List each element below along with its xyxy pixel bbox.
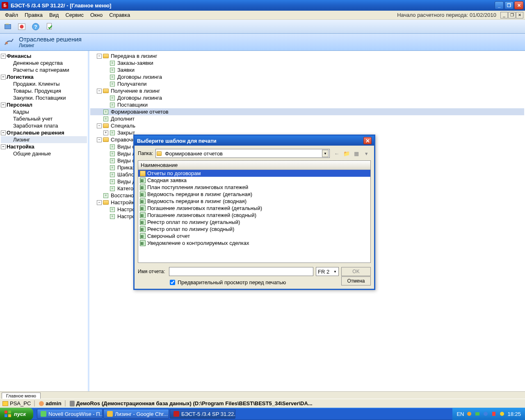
toolbar-btn-1[interactable] (2, 21, 14, 32)
ok-button[interactable]: OK (341, 267, 371, 276)
list-item[interactable]: Ведомость передачи в лизинг (сводная) (138, 198, 370, 205)
cancel-button[interactable]: Отмена (341, 276, 371, 285)
menu-window[interactable]: Окно (87, 11, 106, 19)
tree-item[interactable]: Продажи. Клиенты (1, 80, 87, 87)
list-item[interactable]: Уведомление о контролируемых сделках (138, 240, 370, 247)
nav-more-icon[interactable]: ▾ (362, 149, 371, 158)
chevron-down-icon[interactable]: ▼ (322, 150, 329, 157)
tree-item[interactable]: Заказы-заявки (90, 59, 524, 66)
list-item[interactable]: Погашение лизинговых платежей (детальный… (138, 205, 370, 212)
report-name-input[interactable] (169, 267, 313, 276)
expander-icon[interactable]: − (1, 144, 6, 149)
expander-icon[interactable]: − (1, 130, 6, 135)
tree-item[interactable]: Табельный учет (1, 115, 87, 122)
tree-item[interactable]: Лизинг (1, 136, 87, 143)
taskbar-item[interactable]: Novell GroupWise - П... (37, 409, 103, 419)
tray-icon-5[interactable] (499, 411, 505, 417)
list-item[interactable]: План поступления лизинговых платежей (138, 184, 370, 191)
tree-item[interactable]: Денежные средства (1, 59, 87, 66)
tray-icon-4[interactable] (491, 411, 497, 417)
tree-item[interactable]: −Получение в лизинг (90, 87, 524, 94)
tree-item[interactable]: −Отраслевые решения (1, 129, 87, 136)
nav-up-icon[interactable]: 📁 (342, 149, 351, 158)
taskbar: пуск Novell GroupWise - П...Лизинг - Goo… (0, 408, 525, 420)
lang-indicator[interactable]: EN (457, 411, 464, 417)
tree-item[interactable]: Заработная плата (1, 122, 87, 129)
clock[interactable]: 18:25 (507, 411, 521, 417)
expander-icon[interactable]: + (103, 130, 108, 135)
expander-icon[interactable]: − (1, 54, 6, 59)
minimize-button[interactable]: _ (495, 1, 504, 9)
list-item[interactable]: Сводная заявка (138, 177, 370, 184)
tree-item[interactable]: −Специаль (90, 122, 524, 129)
document-icon (109, 103, 116, 107)
expander-icon[interactable]: − (97, 137, 102, 142)
list-item[interactable]: Реестр оплат по лизингу (сводный) (138, 226, 370, 233)
expander-icon[interactable]: − (97, 123, 102, 128)
tree-item[interactable]: Дополнит (90, 115, 524, 122)
tree-item[interactable]: Договоры лизинга (90, 94, 524, 101)
taskbar-item[interactable]: БЭСТ-5 /3.4 SP 31.22... (170, 409, 235, 419)
format-combo[interactable]: FR 2 ▼ (316, 267, 339, 276)
tree-item[interactable]: Товары. Продукция (1, 87, 87, 94)
list-item[interactable]: Реестр оплат по лизингу (детальный) (138, 219, 370, 226)
tree-item[interactable]: −Передача в лизинг (90, 52, 524, 59)
document-icon (109, 186, 116, 191)
list-item[interactable]: Погашение лизинговых платежей (сводный) (138, 212, 370, 219)
expander-icon[interactable]: − (97, 200, 102, 205)
expander-icon[interactable]: − (1, 103, 6, 107)
menu-service[interactable]: Сервис (62, 11, 87, 19)
toolbar-btn-4[interactable] (43, 21, 56, 32)
list-item[interactable]: Ведомость передачи в лизинг (детальная) (138, 191, 370, 198)
tree-item[interactable]: Договоры лизинга (90, 73, 524, 80)
tray-icon-2[interactable] (475, 411, 480, 417)
tab-main-menu[interactable]: Главное меню (2, 393, 41, 399)
tree-item[interactable]: Кадры (1, 108, 87, 115)
nav-view-icon[interactable]: ▦ (352, 149, 361, 158)
column-header[interactable]: Наименование (138, 161, 370, 170)
tree-item[interactable]: −Финансы (1, 52, 87, 59)
report-icon (140, 199, 146, 204)
menu-edit[interactable]: Правка (21, 11, 46, 19)
mdi-restore-button[interactable]: ❐ (508, 12, 516, 18)
maximize-button[interactable]: ❐ (504, 1, 514, 9)
folder-icon (103, 89, 109, 94)
tree-item[interactable]: Общие данные (1, 150, 87, 157)
tree-item[interactable]: −Настройка (1, 143, 87, 150)
tree-item[interactable]: −Логистика (1, 73, 87, 80)
toolbar-btn-2[interactable] (16, 21, 28, 32)
tree-item[interactable]: Расчеты с партнерами (1, 66, 87, 73)
mdi-close-button[interactable]: ✕ (516, 12, 523, 18)
preview-checkbox[interactable] (170, 280, 175, 285)
window-title: БЭСТ-5 /3.4 SP 31.22/ - [Главное меню] (11, 2, 495, 9)
report-icon (140, 192, 146, 197)
tray-icon-3[interactable] (483, 411, 488, 417)
tree-item[interactable]: Формирование отчетов (90, 108, 524, 115)
tree-item[interactable]: Заявки (90, 66, 524, 73)
status-bar: PSA_PC admin ДемоRos (Демонстрационная б… (0, 399, 525, 408)
tree-item[interactable]: −Персонал (1, 101, 87, 108)
expander-icon[interactable]: − (1, 75, 6, 80)
dialog-close-button[interactable]: ✕ (363, 137, 372, 144)
svg-point-2 (20, 25, 23, 28)
report-icon (140, 205, 146, 211)
taskbar-item[interactable]: Лизинг - Google Chr... (103, 409, 169, 419)
tree-item[interactable]: Закупки. Поставщики (1, 94, 87, 101)
menu-view[interactable]: Вид (46, 11, 62, 19)
start-button[interactable]: пуск (0, 408, 33, 420)
expander-icon[interactable]: − (97, 54, 102, 59)
menu-file[interactable]: Файл (2, 11, 21, 19)
list-item[interactable]: Отчеты по договорам (138, 170, 370, 177)
folder-combo[interactable]: Формирование отчетов ▼ (155, 149, 330, 158)
list-item[interactable]: Сверочный отчет (138, 233, 370, 240)
tree-item[interactable]: Получатели (90, 80, 524, 87)
help-icon[interactable]: ? (30, 21, 42, 32)
expander-icon[interactable]: − (97, 89, 102, 94)
mdi-minimize-button[interactable]: _ (500, 12, 508, 18)
tree-item[interactable]: Поставщики (90, 101, 524, 108)
folder-icon (103, 123, 109, 128)
tray-icon-1[interactable] (466, 411, 472, 417)
nav-back-icon[interactable]: ← (332, 149, 341, 158)
close-button[interactable]: ✕ (514, 1, 523, 9)
menu-help[interactable]: Справка (106, 11, 133, 19)
